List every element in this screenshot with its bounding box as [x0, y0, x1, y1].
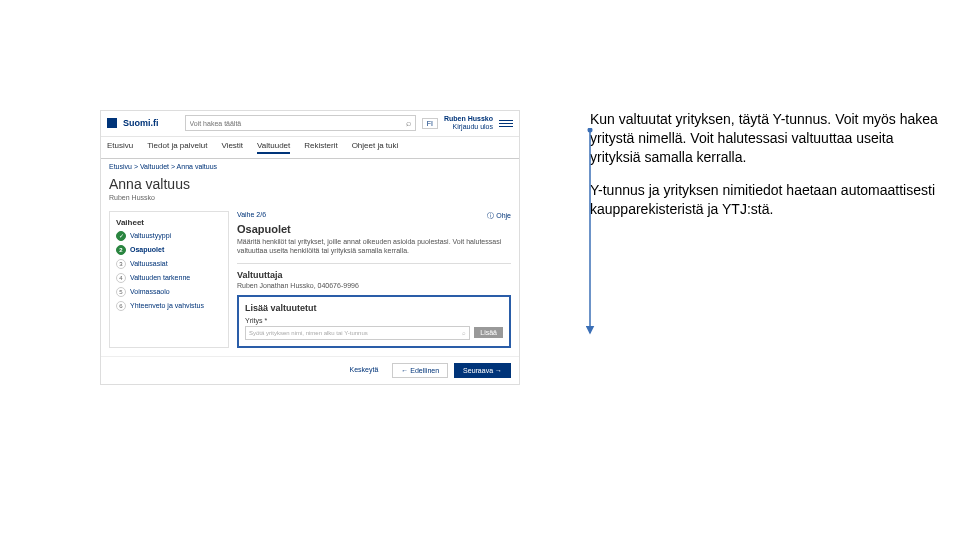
add-button[interactable]: Lisää: [474, 327, 503, 338]
nav-ohjeet[interactable]: Ohjeet ja tuki: [352, 141, 399, 154]
annotation-p2: Y-tunnus ja yrityksen nimitiedot haetaan…: [590, 181, 940, 219]
help-link[interactable]: ⓘ Ohje: [487, 211, 511, 221]
logo-icon: [107, 118, 117, 128]
company-input[interactable]: Syötä yrityksen nimi, nimen alku tai Y-t…: [245, 326, 470, 340]
page-title: Anna valtuus: [101, 174, 519, 194]
user-box[interactable]: Ruben Hussko Kirjaudu ulos: [444, 115, 493, 132]
step-5[interactable]: 5Voimassaolo: [116, 287, 222, 297]
annotation-text: Kun valtuutat yrityksen, täytä Y-tunnus.…: [590, 110, 940, 232]
footer-buttons: Keskeytä ← Edellinen Seuraava →: [101, 356, 519, 384]
crumb-1[interactable]: Etusivu: [109, 163, 132, 170]
nav-viestit[interactable]: Viestit: [221, 141, 243, 154]
site-name: Suomi.fi: [123, 118, 159, 128]
search-icon[interactable]: ⌕: [462, 330, 466, 336]
site-search[interactable]: ⌕: [185, 115, 416, 131]
nav-tiedot[interactable]: Tiedot ja palvelut: [147, 141, 207, 154]
step-num: 3: [116, 259, 126, 269]
add-label: Yritys *: [245, 317, 503, 324]
step-1[interactable]: ✓Valtuustyyppi: [116, 231, 222, 241]
user-name: Ruben Hussko: [444, 115, 493, 123]
valtuuttaja-section: Valtuuttaja Ruben Jonathan Hussko, 04067…: [237, 263, 511, 289]
main-heading: Osapuolet: [237, 223, 511, 235]
lang-select[interactable]: FI: [422, 118, 438, 129]
main-desc: Määritä henkilöt tai yritykset, joille a…: [237, 237, 511, 255]
main-nav: Etusivu Tiedot ja palvelut Viestit Valtu…: [101, 137, 519, 159]
top-bar: Suomi.fi ⌕ FI Ruben Hussko Kirjaudu ulos: [101, 111, 519, 137]
step-num: 4: [116, 273, 126, 283]
valtuuttaja-text: Ruben Jonathan Hussko, 040676-9996: [237, 282, 511, 289]
main-panel: Vaihe 2/6 ⓘ Ohje Osapuolet Määritä henki…: [237, 211, 511, 348]
logout-link[interactable]: Kirjaudu ulos: [444, 123, 493, 131]
steps-sidebar: Vaiheet ✓Valtuustyyppi 2Osapuolet 3Valtu…: [109, 211, 229, 348]
breadcrumb: Etusivu > Valtuudet > Anna valtuus: [101, 159, 519, 174]
check-icon: ✓: [116, 231, 126, 241]
step-6[interactable]: 6Yhteenveto ja vahvistus: [116, 301, 222, 311]
nav-etusivu[interactable]: Etusivu: [107, 141, 133, 154]
add-box: Lisää valtuutetut Yritys * Syötä yrityks…: [237, 295, 511, 348]
add-heading: Lisää valtuutetut: [245, 303, 503, 313]
step-num: 2: [116, 245, 126, 255]
valtuuttaja-heading: Valtuuttaja: [237, 270, 511, 280]
menu-icon[interactable]: [499, 120, 513, 127]
steps-title: Vaiheet: [116, 218, 222, 227]
page-subtitle: Ruben Hussko: [101, 194, 519, 207]
nav-valtuudet[interactable]: Valtuudet: [257, 141, 290, 154]
step-num: 5: [116, 287, 126, 297]
browser-window: Suomi.fi ⌕ FI Ruben Hussko Kirjaudu ulos…: [100, 110, 520, 385]
next-button[interactable]: Seuraava →: [454, 363, 511, 378]
crumb-2[interactable]: Valtuudet: [140, 163, 169, 170]
step-4[interactable]: 4Valtuuden tarkenne: [116, 273, 222, 283]
crumb-3: Anna valtuus: [177, 163, 217, 170]
step-indicator: Vaihe 2/6: [237, 211, 266, 221]
step-num: 6: [116, 301, 126, 311]
prev-button[interactable]: ← Edellinen: [392, 363, 448, 378]
search-input[interactable]: [190, 120, 406, 127]
step-2[interactable]: 2Osapuolet: [116, 245, 222, 255]
step-3[interactable]: 3Valtuusasiat: [116, 259, 222, 269]
cancel-button[interactable]: Keskeytä: [342, 363, 387, 378]
search-icon[interactable]: ⌕: [406, 118, 411, 128]
annotation-p1: Kun valtuutat yrityksen, täytä Y-tunnus.…: [590, 110, 940, 167]
input-placeholder: Syötä yrityksen nimi, nimen alku tai Y-t…: [249, 330, 368, 336]
nav-rekisterit[interactable]: Rekisterit: [304, 141, 337, 154]
